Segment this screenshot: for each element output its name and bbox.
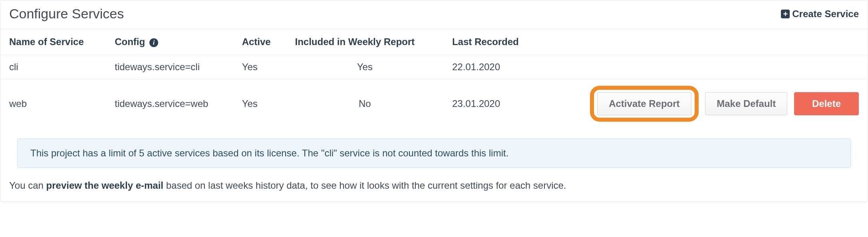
cell-config: tideways.service=web (106, 79, 233, 128)
cell-config: tideways.service=cli (106, 55, 233, 79)
cell-actions (540, 55, 868, 79)
footer-suffix: based on last weeks history data, to see… (163, 180, 566, 191)
col-active: Active (233, 29, 286, 55)
cell-last: 23.01.2020 (443, 79, 540, 128)
cell-active: Yes (233, 79, 286, 128)
cell-name: web (0, 79, 106, 128)
highlight-annotation: Activate Report (590, 86, 698, 122)
create-service-label: Create Service (792, 8, 859, 20)
services-table: Name of Service Config i Active Included… (0, 29, 868, 128)
col-last: Last Recorded (443, 29, 540, 55)
cell-last: 22.01.2020 (443, 55, 540, 79)
col-config: Config i (106, 29, 233, 55)
footer-prefix: You can (9, 180, 46, 191)
config-link[interactable]: Config i (115, 36, 158, 47)
info-icon: i (149, 38, 158, 47)
make-default-button[interactable]: Make Default (705, 92, 787, 115)
col-weekly: Included in Weekly Report (286, 29, 443, 55)
preview-weekly-email-link[interactable]: preview the weekly e-mail (46, 180, 163, 191)
page-title: Configure Services (9, 6, 124, 22)
plus-icon: + (781, 10, 790, 18)
license-info-box: This project has a limit of 5 active ser… (17, 138, 851, 168)
table-row: web tideways.service=web Yes No 23.01.20… (0, 79, 868, 128)
create-service-button[interactable]: + Create Service (781, 8, 859, 20)
cell-actions: Activate Report Make Default Delete (540, 79, 868, 128)
config-label: Config (115, 36, 145, 47)
footer-text: You can preview the weekly e-mail based … (0, 172, 868, 201)
delete-button[interactable]: Delete (794, 92, 859, 115)
cell-weekly: No (286, 79, 443, 128)
cell-active: Yes (233, 55, 286, 79)
activate-report-button[interactable]: Activate Report (597, 92, 691, 115)
col-name: Name of Service (0, 29, 106, 55)
table-row: cli tideways.service=cli Yes Yes 22.01.2… (0, 55, 868, 79)
configure-services-panel: Configure Services + Create Service Name… (0, 0, 868, 202)
cell-weekly: Yes (286, 55, 443, 79)
col-actions (540, 29, 868, 55)
panel-header: Configure Services + Create Service (0, 0, 868, 29)
cell-name: cli (0, 55, 106, 79)
table-header-row: Name of Service Config i Active Included… (0, 29, 868, 55)
